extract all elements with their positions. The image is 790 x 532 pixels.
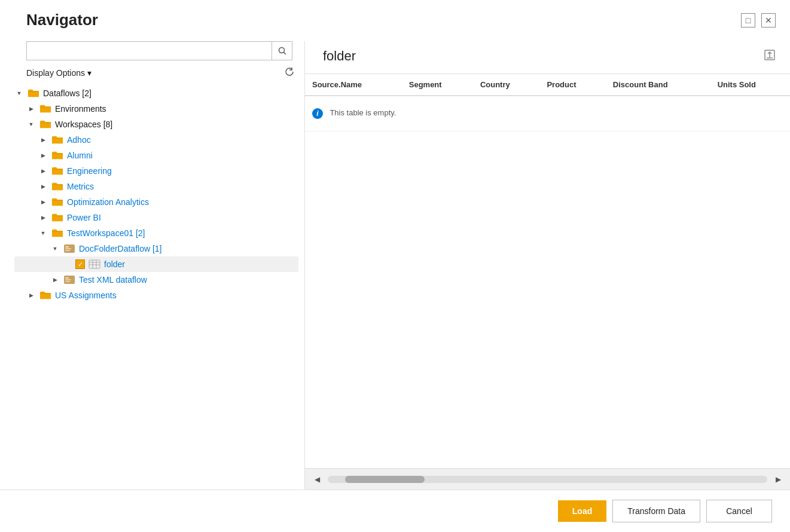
expand-arrow-optimization[interactable] [38,197,48,207]
tree-item-label-docfolder: DocFolderDataflow [1] [79,244,162,253]
horizontal-scrollbar[interactable]: ◀ ▶ [305,468,790,490]
col-header-product: Product [539,74,605,96]
expand-arrow-testworkspace[interactable] [38,228,48,238]
tree-item-label-optimization: Optimization Analytics [67,197,149,207]
tree-item-label-adhoc: Adhoc [67,135,91,145]
tree-item-label-metrics: Metrics [67,182,94,191]
expand-arrow-alumni[interactable] [38,151,48,160]
chevron-down-icon: ▾ [87,68,91,78]
scroll-track[interactable] [328,476,767,483]
tree-item-workspaces[interactable]: Workspaces [8] [14,117,298,132]
tree-item-docfolder[interactable]: DocFolderDataflow [1] [14,241,298,256]
col-header-units-sold: Units Sold [710,74,790,96]
folder-icon-usassignments [39,291,51,300]
scroll-right-button[interactable]: ▶ [771,472,785,487]
folder-icon-dataflows [28,88,39,98]
folder-icon-engineering [51,166,63,176]
cancel-button[interactable]: Cancel [706,500,772,522]
dataflow-icon-testxml [63,275,75,285]
expand-arrow-dataflows[interactable] [14,88,24,98]
svg-rect-5 [65,250,70,251]
folder-icon-testworkspace [51,228,63,238]
info-icon: i [312,108,323,119]
refresh-icon [284,66,295,77]
search-icon [278,47,286,55]
tree-item-testworkspace[interactable]: TestWorkspace01 [2] [14,225,298,241]
tree-item-metrics[interactable]: Metrics [14,179,298,194]
tree-item-engineering[interactable]: Engineering [14,163,298,179]
checkbox-folder[interactable]: ✓ [75,259,85,269]
col-header-discount-band: Discount Band [606,74,710,96]
svg-rect-13 [65,279,71,280]
transform-data-button[interactable]: Transform Data [612,500,700,522]
right-panel-title: folder [323,48,356,64]
empty-table-message-row: i This table is empty. [305,96,790,132]
tree-item-label-workspaces: Workspaces [8] [55,120,112,129]
svg-rect-14 [65,281,70,282]
table-icon-folder [89,259,100,269]
expand-arrow-environments[interactable] [26,104,36,114]
export-icon [764,49,776,61]
col-header-segment: Segment [402,74,473,96]
folder-icon-metrics [51,182,63,191]
expand-arrow-workspaces[interactable] [26,120,36,129]
col-header-source-name: Source.Name [305,74,402,96]
tree-item-usassignments[interactable]: US Assignments [14,288,298,303]
empty-table-message: This table is empty. [330,108,396,117]
export-button[interactable] [764,49,776,63]
tree-item-powerbi[interactable]: Power BI [14,210,298,225]
tree-item-label-alumni: Alumni [67,151,93,160]
folder-icon-adhoc [51,135,63,145]
folder-icon-powerbi [51,213,63,222]
tree-item-testxml[interactable]: Test XML dataflow [14,272,298,288]
expand-arrow-powerbi[interactable] [38,213,48,222]
search-input[interactable] [26,41,272,60]
folder-icon-environments [39,104,51,114]
tree-item-label-dataflows: Dataflows [2] [43,88,91,98]
tree-container: Dataflows [2] Environments [0,85,304,490]
tree-item-optimization[interactable]: Optimization Analytics [14,194,298,210]
folder-icon-workspaces [39,120,51,129]
maximize-button[interactable]: □ [741,13,755,27]
display-options-label: Display Options [26,68,85,78]
data-table-area: Source.Name Segment Country Product Disc… [305,74,790,468]
svg-point-0 [279,48,284,53]
expand-arrow-metrics[interactable] [38,182,48,191]
tree-item-adhoc[interactable]: Adhoc [14,132,298,148]
folder-icon-optimization [51,197,63,207]
close-button[interactable]: ✕ [761,13,776,27]
svg-line-1 [283,53,286,55]
tree-item-environments[interactable]: Environments [14,101,298,117]
tree-item-label-engineering: Engineering [67,166,112,176]
scroll-thumb[interactable] [345,476,424,483]
col-header-country: Country [473,74,540,96]
dataflow-icon-docfolder [63,244,75,253]
tree-item-label-testxml: Test XML dataflow [79,275,147,285]
tree-item-label-folder: folder [104,259,125,269]
tree-item-label-powerbi: Power BI [67,213,101,222]
svg-rect-6 [89,260,100,268]
folder-icon-alumni [51,151,63,160]
tree-item-label-testworkspace: TestWorkspace01 [2] [67,228,145,238]
tree-item-alumni[interactable]: Alumni [14,148,298,163]
display-options-button[interactable]: Display Options ▾ [26,68,91,78]
tree-item-label-environments: Environments [55,104,106,114]
svg-rect-3 [65,246,69,247]
refresh-button[interactable] [284,66,295,80]
expand-arrow-engineering[interactable] [38,166,48,176]
expand-arrow-testxml[interactable] [50,275,60,285]
search-button[interactable] [272,41,292,60]
scroll-left-button[interactable]: ◀ [310,472,324,487]
data-table: Source.Name Segment Country Product Disc… [305,74,790,132]
dialog-title: Navigator [26,11,98,29]
tree-item-folder[interactable]: ✓ folder [14,256,298,272]
tree-item-dataflows[interactable]: Dataflows [2] [14,85,298,101]
tree-item-label-usassignments: US Assignments [55,291,117,300]
expand-arrow-adhoc[interactable] [38,135,48,145]
expand-arrow-usassignments[interactable] [26,291,36,300]
load-button[interactable]: Load [558,500,606,522]
expand-arrow-docfolder[interactable] [50,244,60,253]
svg-rect-12 [65,277,69,279]
svg-rect-4 [65,248,71,249]
